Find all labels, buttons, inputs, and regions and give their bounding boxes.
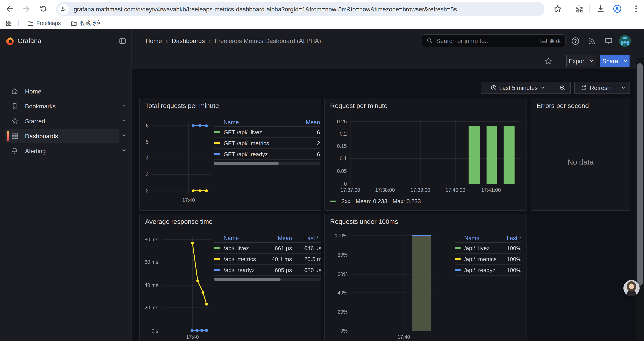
mega-menu-toggle-icon[interactable] — [119, 37, 126, 45]
panel-average-response-time[interactable]: Average response time 80 ms60 ms40 ms20 … — [140, 214, 321, 341]
chevron-down-icon[interactable] — [121, 103, 127, 109]
chevron-down-icon[interactable] — [121, 118, 127, 124]
help-icon[interactable] — [571, 37, 580, 45]
reload-icon[interactable] — [39, 5, 48, 13]
area-chart[interactable]: 100%80%60%40%20%0%17:40 — [325, 214, 527, 341]
series-name[interactable]: GET /api/_metrics — [224, 140, 296, 146]
series-mean: Mean: 0.233 — [356, 198, 387, 204]
breadcrumb-home[interactable]: Home — [146, 37, 162, 44]
panel-requests-under-100ms[interactable]: Requests under 100ms 100%80%60%40%20%0%1… — [324, 214, 526, 341]
search-input[interactable]: Search or jump to... ⌘+k — [422, 34, 566, 47]
series-name[interactable]: /api/_metrics — [464, 256, 500, 262]
panel-title[interactable]: Errors per second — [536, 102, 589, 109]
grafana-logo[interactable] — [6, 36, 15, 46]
svg-text:2: 2 — [146, 188, 148, 194]
legend-row[interactable]: /api/_metrics 40.1 ms 20.5 ms — [214, 254, 321, 265]
series-name[interactable]: /api/_readyz — [224, 267, 255, 273]
svg-text:0.1: 0.1 — [340, 156, 347, 161]
series-name[interactable]: GET /api/_readyz — [224, 151, 296, 157]
legend-row[interactable]: GET /api/_readyz 6 — [214, 149, 320, 160]
address-bar[interactable]: grafana.mathmast.com/d/deytv4rwavabkb/fr… — [56, 2, 544, 16]
news-rss-icon[interactable] — [588, 37, 596, 45]
export-button[interactable]: Export — [566, 55, 596, 67]
legend-scrollbar-thumb[interactable] — [214, 162, 279, 165]
legend-row[interactable]: GET /api/_livez 6 — [214, 127, 320, 138]
browser-toolbar: grafana.mathmast.com/d/deytv4rwavabkb/fr… — [0, 0, 644, 18]
chevron-down-icon — [540, 85, 546, 90]
legend-row[interactable]: GET /api/_metrics 2 — [214, 138, 320, 149]
share-label: Share — [602, 58, 618, 64]
breadcrumb-separator: › — [209, 38, 211, 44]
profile-icon[interactable] — [613, 5, 622, 13]
sidebar-item-home[interactable]: Home — [5, 84, 119, 98]
legend-mean-header[interactable]: Mean — [261, 235, 292, 241]
page-scrollbar[interactable] — [636, 58, 644, 341]
sidebar-item-starred[interactable]: Starred — [5, 114, 119, 128]
site-settings-icon[interactable] — [58, 4, 69, 14]
dashboards-grid-icon — [11, 132, 18, 140]
series-swatch — [214, 247, 220, 249]
series-name[interactable]: /api/_readyz — [464, 267, 500, 273]
legend-row[interactable]: /api/_livez 100% — [454, 243, 521, 254]
legend-row[interactable]: /api/_readyz 605 µs 620 µs — [214, 265, 321, 276]
back-icon[interactable] — [5, 5, 14, 13]
download-icon[interactable] — [596, 5, 605, 13]
panel-errors-per-second[interactable]: Errors per second No data — [531, 98, 630, 211]
share-dropdown-button[interactable] — [621, 55, 630, 67]
panel-total-requests-per-minute[interactable]: Total requests per minute 6543217:40 Nam… — [140, 98, 321, 211]
svg-text:5: 5 — [146, 139, 148, 145]
sidebar-item-dashboards[interactable]: Dashboards — [5, 129, 119, 143]
svg-text:60%: 60% — [338, 271, 348, 277]
series-name[interactable]: 2xx — [342, 198, 350, 204]
legend-row[interactable]: /api/_metrics 100% — [454, 254, 521, 265]
url-text: grafana.mathmast.com/d/deytv4rwavabkb/fr… — [74, 6, 457, 13]
series-name[interactable]: GET /api/_livez — [224, 129, 296, 135]
floating-assistant-avatar[interactable] — [624, 280, 640, 296]
folder-icon — [27, 20, 34, 27]
series-swatch — [214, 142, 220, 144]
sidebar-item-label: Dashboards — [25, 132, 58, 139]
page-scrollbar-thumb[interactable] — [637, 63, 643, 286]
time-range-picker[interactable]: Last 5 minutes — [481, 82, 555, 94]
share-button[interactable]: Share — [600, 55, 621, 67]
chevron-down-icon[interactable] — [121, 147, 127, 154]
series-name[interactable]: /api/_metrics — [224, 256, 256, 262]
bookmark-star-icon[interactable] — [553, 5, 562, 13]
legend-scrollbar[interactable] — [214, 278, 321, 281]
kiosk-monitor-icon[interactable] — [604, 37, 613, 45]
favorite-star-icon[interactable] — [544, 57, 552, 65]
legend-scrollbar-thumb[interactable] — [214, 278, 280, 281]
legend-last-header[interactable]: Last * — [292, 235, 321, 241]
legend-name-header[interactable]: Name — [214, 119, 296, 125]
zoom-out-button[interactable] — [555, 82, 571, 94]
bar-chart[interactable]: 0.250.20.150.10.05017:37:0017:38:0017:39… — [325, 98, 527, 211]
panel-request-per-minute[interactable]: Request per minute 0.250.20.150.10.05017… — [324, 98, 526, 211]
bookmark-folder-blogs[interactable]: 收藏博客 — [69, 19, 104, 28]
menu-dots-icon[interactable] — [632, 5, 640, 13]
refresh-interval-dropdown[interactable] — [617, 82, 630, 94]
sidebar-item-alerting[interactable]: Alerting — [5, 144, 119, 158]
legend-mean-header[interactable]: Mean — [296, 119, 320, 125]
series-name[interactable]: /api/_livez — [464, 245, 500, 251]
refresh-button[interactable]: Refresh — [574, 82, 617, 94]
user-avatar[interactable] — [619, 35, 631, 47]
sidebar-item-bookmarks[interactable]: Bookmarks — [5, 99, 119, 113]
panel-legend: Name Last * /api/_livez 100% /api/_metri… — [454, 233, 521, 276]
legend-row[interactable]: /api/_readyz 100% — [454, 265, 521, 276]
series-swatch — [214, 258, 220, 260]
legend-row[interactable]: /api/_livez 661 µs 646 µs — [214, 243, 321, 254]
bell-icon — [11, 147, 18, 154]
legend-last-header[interactable]: Last * — [500, 235, 521, 241]
forward-icon[interactable] — [22, 5, 31, 13]
legend-name-header[interactable]: Name — [214, 235, 261, 241]
chevron-down-icon — [621, 85, 626, 90]
extensions-icon[interactable] — [575, 5, 584, 13]
apps-grid-icon[interactable] — [6, 20, 12, 26]
legend-scrollbar[interactable] — [214, 162, 320, 165]
series-name[interactable]: /api/_livez — [224, 245, 249, 251]
svg-text:6: 6 — [146, 123, 148, 129]
breadcrumb-dashboards[interactable]: Dashboards — [172, 37, 205, 44]
legend-name-header[interactable]: Name — [454, 235, 500, 241]
bookmark-folder-freeleaps[interactable]: Freeleaps — [26, 19, 62, 28]
chevron-down-icon[interactable] — [121, 133, 127, 139]
